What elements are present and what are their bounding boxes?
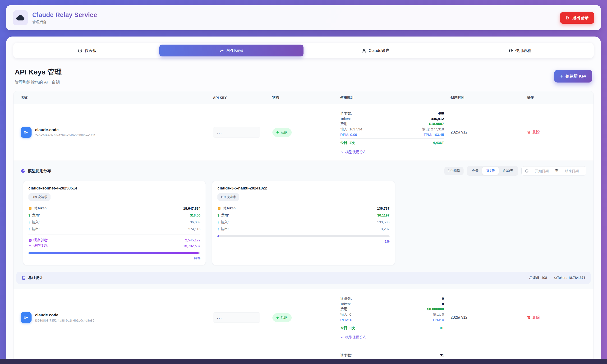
model-name: claude-3-5-haiku-20241022 bbox=[218, 186, 389, 190]
model-output: ↑输出: 3,202 bbox=[218, 227, 389, 231]
models-count-badge: 2 个模型 bbox=[444, 167, 464, 175]
model-input: ↓输入: 133,585 bbox=[218, 220, 389, 224]
stat-token: Token:0 bbox=[340, 302, 444, 306]
date-range-picker[interactable]: 至 bbox=[521, 166, 587, 175]
model-stat-value: $0.1197 bbox=[377, 213, 389, 217]
save-icon bbox=[28, 239, 32, 242]
stat-output: 输出: 0 bbox=[433, 312, 444, 317]
stat-requests: 请求数:408 bbox=[340, 111, 444, 116]
model-stat-label: 输入: bbox=[221, 220, 229, 224]
app-title: Claude Relay Service bbox=[32, 11, 97, 19]
usage-progress-fill bbox=[28, 252, 199, 254]
delete-label: 删除 bbox=[532, 315, 540, 320]
delete-button[interactable]: 删除 bbox=[527, 315, 540, 320]
page-head-text: API Keys 管理 管理和监控您的 API 密钥 bbox=[15, 67, 62, 85]
usage-percent: 99% bbox=[28, 256, 200, 260]
end-date-input[interactable] bbox=[561, 169, 583, 173]
start-date-input[interactable] bbox=[531, 169, 553, 173]
stat-today-count: 今日: 0次 bbox=[340, 326, 355, 330]
actions-cell: 删除 bbox=[527, 315, 586, 320]
app-header: Claude Relay Service 管理后台 退出登录 bbox=[6, 5, 601, 30]
tab-label: 仪表板 bbox=[85, 48, 97, 53]
arrow-down-icon: ↓ bbox=[28, 220, 30, 224]
create-key-button[interactable]: + 创建新 Key bbox=[554, 70, 592, 82]
range-option-30d[interactable]: 近30天 bbox=[499, 167, 517, 175]
api-key-masked[interactable]: ... bbox=[213, 312, 260, 323]
stat-input: 输入: 0 bbox=[340, 312, 351, 317]
model-stat-value: 274,116 bbox=[188, 227, 200, 231]
stat-value: 446,912 bbox=[431, 117, 444, 121]
status-dot bbox=[276, 131, 279, 133]
delete-button[interactable]: 删除 bbox=[527, 130, 540, 135]
created-date: 2025/7/12 bbox=[451, 130, 527, 134]
created-date: 2025/7/12 bbox=[451, 315, 527, 320]
stat-today: 今日: 0次0T bbox=[340, 326, 444, 330]
key-id: f398d8b8-7352-4a88-9a1f-6b1e0c4d8e89 bbox=[35, 319, 94, 322]
delete-label: 删除 bbox=[532, 130, 540, 135]
model-distribution-toggle[interactable]: 模型使用分布 bbox=[340, 150, 367, 154]
col-api-key: API KEY bbox=[213, 96, 272, 100]
totals-label: 总计统计 bbox=[28, 275, 43, 280]
cache-read: 缓存读取: 15,792,587 bbox=[28, 244, 200, 248]
model-total-token: 总Token: 136,787 bbox=[218, 206, 389, 210]
brand: Claude Relay Service 管理后台 bbox=[13, 10, 97, 25]
table-row: claude-code 7a4e2492-3c38-4797-a540-5539… bbox=[13, 104, 594, 161]
status-cell: 活跃 bbox=[272, 313, 340, 322]
download-icon bbox=[28, 244, 32, 247]
cache-stats: 缓存创建: 2,545,172 缓存读取: 15,792,587 bbox=[28, 234, 200, 248]
distribution-controls: 2 个模型 今天 近7天 近30天 至 bbox=[444, 166, 586, 176]
model-card: claude-3-5-haiku-20241022 119 次请求 总Token… bbox=[212, 181, 395, 265]
clock-icon bbox=[525, 169, 529, 173]
stat-label: 费用: bbox=[340, 307, 348, 311]
model-distribution-toggle[interactable]: 模型使用分布 bbox=[340, 335, 367, 339]
model-stat-label: 费用: bbox=[221, 213, 229, 218]
stat-token: Token:446,912 bbox=[340, 117, 444, 121]
col-actions: 操作 bbox=[527, 95, 586, 100]
model-total-token: 总Token: 18,647,884 bbox=[28, 206, 200, 210]
gauge-icon bbox=[78, 48, 82, 53]
cloud-icon bbox=[16, 14, 25, 22]
table-header-row: 名称 API KEY 状态 使用统计 创建时间 操作 bbox=[13, 91, 594, 104]
status-label: 活跃 bbox=[281, 130, 288, 135]
key-id: 7a4e2492-3c38-4797-a540-553980ee12f4 bbox=[35, 133, 95, 137]
coins-icon bbox=[28, 207, 32, 210]
tab-dashboard[interactable]: 仪表板 bbox=[15, 45, 159, 56]
arrow-up-icon: ↑ bbox=[218, 227, 219, 231]
empty-card-slot bbox=[401, 181, 584, 265]
key-icon bbox=[21, 312, 32, 323]
distribution-header: 模型使用分布 2 个模型 今天 近7天 近30天 至 bbox=[13, 161, 594, 180]
col-status: 状态 bbox=[272, 95, 340, 100]
totals-requests: 总请求: 408 bbox=[529, 275, 547, 280]
coins-icon bbox=[218, 207, 221, 210]
logout-button[interactable]: 退出登录 bbox=[560, 12, 594, 24]
tab-claude-accounts[interactable]: Claude账户 bbox=[304, 45, 448, 56]
col-name: 名称 bbox=[21, 95, 213, 100]
key-name-cell: claude code f398d8b8-7352-4a88-9a1f-6b1e… bbox=[21, 312, 213, 323]
model-cost: $费用: $0.1197 bbox=[218, 213, 389, 218]
tab-api-keys[interactable]: API Keys bbox=[159, 45, 304, 56]
stat-label: 请求数: bbox=[340, 296, 352, 301]
stat-value: 0 bbox=[442, 296, 444, 301]
tab-tutorial[interactable]: 使用教程 bbox=[448, 45, 592, 56]
arrow-up-icon: ↑ bbox=[28, 227, 30, 231]
model-input: ↓输入: 36,009 bbox=[28, 220, 200, 224]
logout-icon bbox=[566, 16, 570, 20]
calculator-icon bbox=[22, 276, 26, 280]
stat-tpm: TPM: 0 bbox=[432, 318, 444, 322]
stat-tpm: TPM: 103.45 bbox=[424, 132, 444, 137]
model-stat-label: 输入: bbox=[32, 220, 39, 224]
stat-label: Token: bbox=[340, 302, 351, 306]
stat-value: $18.9507 bbox=[429, 122, 444, 126]
chevron-down-icon bbox=[340, 336, 343, 339]
api-key-masked[interactable]: ... bbox=[213, 127, 260, 138]
logout-label: 退出登录 bbox=[572, 15, 589, 21]
tab-label: API Keys bbox=[227, 48, 243, 53]
actions-cell: 删除 bbox=[527, 130, 586, 135]
range-option-today[interactable]: 今天 bbox=[468, 167, 482, 175]
stat-output: 输出: 277,318 bbox=[422, 127, 444, 132]
stat-today-tokens: 4,436T bbox=[433, 141, 444, 145]
stat-label: Token: bbox=[340, 117, 351, 121]
stat-cost: 费用:$0.000000 bbox=[340, 307, 444, 311]
range-option-7d[interactable]: 近7天 bbox=[482, 167, 499, 175]
graduation-cap-icon bbox=[508, 48, 513, 53]
